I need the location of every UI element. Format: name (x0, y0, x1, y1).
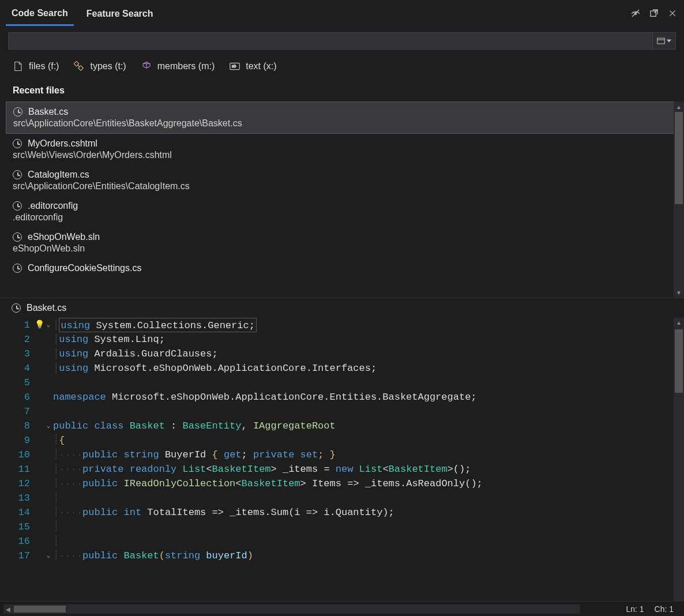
code-line[interactable]: 14┊····public int TotalItems => _items.S… (0, 505, 674, 520)
file-icon (13, 61, 23, 72)
code-line[interactable]: 8⌄ public class Basket : BaseEntity, IAg… (0, 419, 674, 433)
filter-files[interactable]: files (f:) (13, 61, 59, 72)
code-line[interactable]: 16┊ (0, 534, 674, 549)
status-line: Ln: 1 (626, 604, 644, 614)
scroll-left-icon[interactable]: ◀ (3, 604, 13, 614)
results-container: Basket.cs src\ApplicationCore\Entities\B… (0, 102, 684, 298)
text-icon: ab (230, 61, 240, 72)
tab-bar: Code Search Feature Search (0, 0, 684, 27)
code-line[interactable]: 4│using Microsoft.eShopOnWeb.Application… (0, 361, 674, 375)
results-scrollbar[interactable]: ▲ ▼ (674, 102, 684, 298)
tab-code-search[interactable]: Code Search (6, 1, 74, 26)
result-name: Basket.cs (28, 107, 68, 117)
code-line[interactable]: 9┊{ (0, 433, 674, 448)
result-name: MyOrders.cshtml (28, 138, 97, 149)
result-name: ConfigureCookieSettings.cs (28, 263, 141, 273)
search-row (0, 27, 684, 52)
preview-header: Basket.cs (0, 298, 684, 318)
status-bar: ◀ Ln: 1 Ch: 1 (0, 601, 684, 616)
filter-types[interactable]: types (t:) (74, 61, 126, 72)
members-icon (141, 61, 152, 72)
scrollbar-thumb[interactable] (14, 606, 66, 613)
filter-label: members (m:) (157, 61, 215, 72)
tab-feature-search[interactable]: Feature Search (81, 2, 159, 25)
code-line[interactable]: 2│using System.Linq; (0, 332, 674, 347)
svg-text:ab: ab (232, 64, 236, 68)
code-editor[interactable]: 1💡⌄│using System.Collections.Generic;2│u… (0, 318, 684, 601)
filter-row: files (f:) types (t:) members (m:) ab te… (0, 52, 684, 80)
editor-scrollbar[interactable]: ▲ (674, 318, 684, 601)
result-name: CatalogItem.cs (28, 170, 89, 180)
status-col: Ch: 1 (655, 604, 674, 614)
horizontal-scrollbar[interactable]: ◀ (3, 604, 580, 614)
result-path: .editorconfig (13, 211, 671, 223)
preview-filename: Basket.cs (27, 303, 66, 313)
scroll-up-icon[interactable]: ▲ (674, 318, 684, 328)
result-path: src\ApplicationCore\Entities\CatalogItem… (13, 180, 671, 191)
scrollbar-thumb[interactable] (675, 112, 683, 204)
code-line[interactable]: 13┊ (0, 491, 674, 505)
types-icon (74, 61, 84, 72)
code-line[interactable]: 7 (0, 404, 674, 419)
code-line[interactable]: 15┊ (0, 520, 674, 534)
result-path: src\Web\Views\Order\MyOrders.cshtml (13, 149, 671, 160)
code-line[interactable]: 11┊····private readonly List<BasketItem>… (0, 462, 674, 476)
view-dropdown[interactable] (653, 32, 676, 50)
code-line[interactable]: 10┊····public string BuyerId { get; priv… (0, 448, 674, 462)
result-name: eShopOnWeb.sln (28, 232, 100, 242)
result-item[interactable]: .editorconfig .editorconfig (6, 196, 678, 227)
code-line[interactable]: 1💡⌄│using System.Collections.Generic; (0, 318, 674, 332)
clock-icon (13, 201, 22, 211)
clock-icon (13, 264, 22, 273)
code-line[interactable]: 3│using Ardalis.GuardClauses; (0, 347, 674, 361)
result-item[interactable]: Basket.cs src\ApplicationCore\Entities\B… (6, 102, 678, 134)
section-header-recent: Recent files (0, 80, 684, 102)
code-line[interactable]: 6 namespace Microsoft.eShopOnWeb.Applica… (0, 390, 674, 404)
open-external-icon[interactable] (648, 7, 660, 19)
filter-text[interactable]: ab text (x:) (230, 61, 276, 72)
filter-label: files (f:) (29, 61, 59, 72)
result-path: src\ApplicationCore\Entities\BasketAggre… (13, 117, 671, 129)
result-item[interactable]: eShopOnWeb.sln eShopOnWeb.sln (6, 227, 678, 258)
clock-icon (13, 232, 22, 242)
code-line[interactable]: 17⌄┊····public Basket(string buyerId) (0, 549, 674, 563)
clock-icon (12, 303, 21, 313)
result-name: .editorconfig (28, 201, 78, 211)
result-item[interactable]: MyOrders.cshtml src\Web\Views\Order\MyOr… (6, 134, 678, 165)
svg-line-9 (78, 65, 80, 67)
clock-icon (13, 139, 22, 148)
code-line[interactable]: 12┊····public IReadOnlyCollection<Basket… (0, 476, 674, 491)
scroll-up-icon[interactable]: ▲ (674, 102, 684, 112)
preview-toggle-icon[interactable] (630, 7, 641, 19)
filter-label: types (t:) (90, 61, 126, 72)
code-line[interactable]: 5 (0, 375, 674, 390)
result-item[interactable]: ConfigureCookieSettings.cs (6, 258, 678, 278)
search-input[interactable] (8, 32, 653, 50)
filter-members[interactable]: members (m:) (141, 61, 215, 72)
svg-rect-5 (657, 38, 665, 44)
clock-icon (13, 170, 22, 179)
svg-line-1 (632, 10, 639, 17)
result-path: eShopOnWeb.sln (13, 242, 671, 254)
clock-icon (13, 107, 22, 117)
result-item[interactable]: CatalogItem.cs src\ApplicationCore\Entit… (6, 165, 678, 196)
scrollbar-thumb[interactable] (675, 329, 683, 393)
close-icon[interactable] (667, 7, 678, 19)
filter-label: text (x:) (246, 61, 276, 72)
scroll-down-icon[interactable]: ▼ (674, 287, 684, 298)
